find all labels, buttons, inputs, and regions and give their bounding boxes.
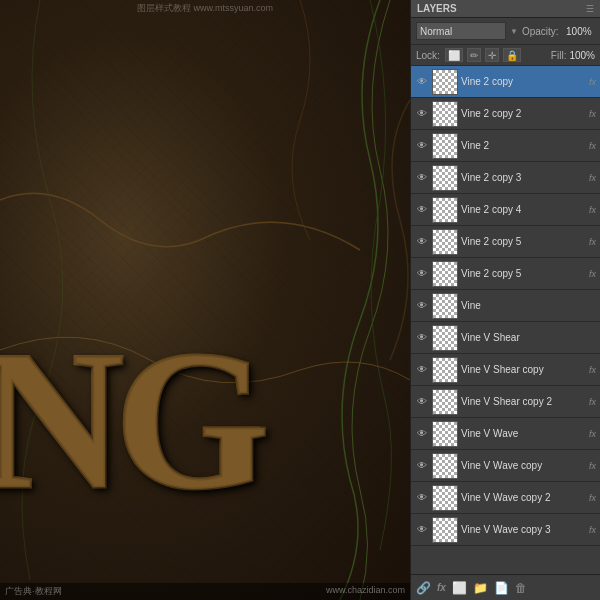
layer-item[interactable]: 👁Vine 2 copyfx [411,66,600,98]
layers-list[interactable]: 👁Vine 2 copyfx👁Vine 2 copy 2fx👁Vine 2fx👁… [411,66,600,574]
thumb-checker-pattern [433,102,457,126]
layer-item[interactable]: 👁Vine V Wave copy 2fx [411,482,600,514]
layer-fx-badge: fx [589,429,596,439]
layer-fx-badge: fx [589,397,596,407]
layer-name-label: Vine 2 copy 5 [461,268,586,279]
layer-thumbnail [432,229,458,255]
delete-icon[interactable]: 🗑 [515,581,527,595]
layer-fx-badge: fx [589,461,596,471]
layer-thumbnail [432,101,458,127]
lock-icons: ⬜ ✏ ✛ 🔒 [445,48,521,62]
layer-item[interactable]: 👁Vine V Shear copyfx [411,354,600,386]
layer-thumbnail [432,325,458,351]
watermark-text: 图层样式教程 www.mtssyuan.com [137,2,273,15]
thumb-checker-pattern [433,518,457,542]
canvas-text: NG [0,320,260,520]
lock-image-btn[interactable]: ✏ [467,48,481,62]
new-layer-icon[interactable]: 📄 [494,581,509,595]
canvas-area: NG 图层样式教程 www.mtssyuan.com 广告典·教程网 www.c… [0,0,410,600]
layer-item[interactable]: 👁Vine [411,290,600,322]
main-container: NG 图层样式教程 www.mtssyuan.com 广告典·教程网 www.c… [0,0,600,600]
layer-thumbnail [432,421,458,447]
layer-item[interactable]: 👁Vine 2fx [411,130,600,162]
layer-visibility-icon[interactable]: 👁 [415,75,429,89]
layer-visibility-icon[interactable]: 👁 [415,171,429,185]
layer-visibility-icon[interactable]: 👁 [415,107,429,121]
panel-menu-icon[interactable]: ☰ [586,4,594,14]
layer-item[interactable]: 👁Vine 2 copy 2fx [411,98,600,130]
layer-name-label: Vine [461,300,596,311]
layer-visibility-icon[interactable]: 👁 [415,427,429,441]
layer-visibility-icon[interactable]: 👁 [415,299,429,313]
layer-thumbnail [432,165,458,191]
blend-mode-row: Normal ▼ Opacity: 100% [411,18,600,45]
layer-visibility-icon[interactable]: 👁 [415,459,429,473]
layer-item[interactable]: 👁Vine 2 copy 5fx [411,258,600,290]
layer-thumbnail [432,197,458,223]
folder-icon[interactable]: 📁 [473,581,488,595]
blend-mode-select[interactable]: Normal [416,22,506,40]
layer-thumbnail [432,293,458,319]
layer-thumbnail [432,261,458,287]
layer-visibility-icon[interactable]: 👁 [415,203,429,217]
panel-header: LAYERS ☰ [411,0,600,18]
layer-name-label: Vine V Shear copy 2 [461,396,586,407]
layer-visibility-icon[interactable]: 👁 [415,491,429,505]
layer-item[interactable]: 👁Vine V Wave copyfx [411,450,600,482]
layer-fx-badge: fx [589,141,596,151]
layer-item[interactable]: 👁Vine V Shear [411,322,600,354]
opacity-value: 100% [562,26,592,37]
layers-footer: 🔗 fx ⬜ 📁 📄 🗑 [411,574,600,600]
layer-item[interactable]: 👁Vine 2 copy 4fx [411,194,600,226]
layer-fx-badge: fx [589,77,596,87]
layer-name-label: Vine 2 copy 3 [461,172,586,183]
opacity-row: Opacity: 100% [522,26,595,37]
layer-thumbnail [432,485,458,511]
layer-fx-badge: fx [589,365,596,375]
layer-item[interactable]: 👁Vine V Shear copy 2fx [411,386,600,418]
layers-panel: LAYERS ☰ Normal ▼ Opacity: 100% Lock: ⬜ … [410,0,600,600]
layer-item[interactable]: 👁Vine 2 copy 3fx [411,162,600,194]
layer-name-label: Vine V Shear [461,332,596,343]
thumb-checker-pattern [433,390,457,414]
layer-visibility-icon[interactable]: 👁 [415,235,429,249]
thumb-checker-pattern [433,294,457,318]
layer-visibility-icon[interactable]: 👁 [415,331,429,345]
layer-name-label: Vine V Shear copy [461,364,586,375]
layer-name-label: Vine 2 copy [461,76,586,87]
bottom-watermark-right: www.chazidian.com [326,585,405,598]
layer-name-label: Vine V Wave copy 3 [461,524,586,535]
link-icon[interactable]: 🔗 [416,581,431,595]
layer-visibility-icon[interactable]: 👁 [415,139,429,153]
layer-name-label: Vine V Wave copy [461,460,586,471]
layer-thumbnail [432,453,458,479]
mask-icon[interactable]: ⬜ [452,581,467,595]
layer-fx-badge: fx [589,173,596,183]
fx-icon[interactable]: fx [437,582,446,593]
layer-name-label: Vine 2 copy 2 [461,108,586,119]
layer-item[interactable]: 👁Vine V Wave copy 3fx [411,514,600,546]
layer-item[interactable]: 👁Vine 2 copy 5fx [411,226,600,258]
fill-value: 100% [569,50,595,61]
thumb-checker-pattern [433,486,457,510]
thumb-checker-pattern [433,262,457,286]
layer-fx-badge: fx [589,493,596,503]
layer-visibility-icon[interactable]: 👁 [415,395,429,409]
lock-transparent-btn[interactable]: ⬜ [445,48,463,62]
layer-name-label: Vine 2 copy 4 [461,204,586,215]
layer-visibility-icon[interactable]: 👁 [415,363,429,377]
layer-name-label: Vine V Wave [461,428,586,439]
layer-visibility-icon[interactable]: 👁 [415,523,429,537]
opacity-label: Opacity: [522,26,559,37]
layer-item[interactable]: 👁Vine V Wavefx [411,418,600,450]
layer-name-label: Vine V Wave copy 2 [461,492,586,503]
layer-visibility-icon[interactable]: 👁 [415,267,429,281]
lock-all-btn[interactable]: 🔒 [503,48,521,62]
fill-label: Fill: [551,50,567,61]
layer-name-label: Vine 2 [461,140,586,151]
lock-label: Lock: [416,50,440,61]
lock-position-btn[interactable]: ✛ [485,48,499,62]
layer-fx-badge: fx [589,109,596,119]
layer-fx-badge: fx [589,237,596,247]
thumb-checker-pattern [433,198,457,222]
